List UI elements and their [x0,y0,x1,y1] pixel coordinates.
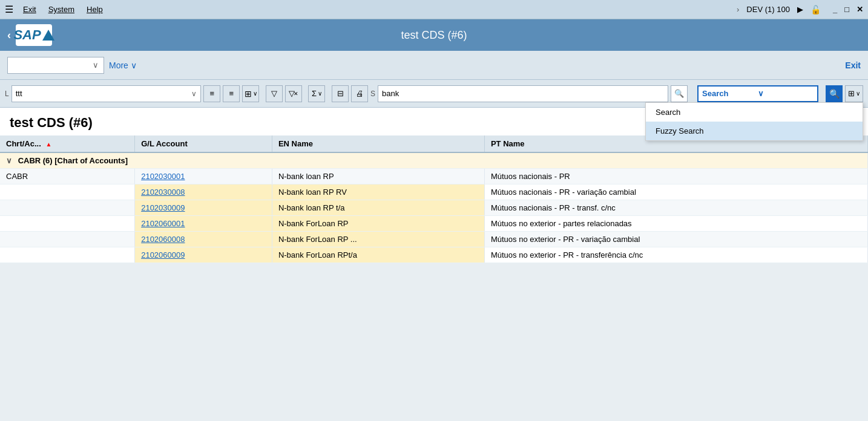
table-row: 2102030009 N-bank loan RP t/a Mútuos nac… [0,200,868,216]
menu-system[interactable]: System [48,5,74,14]
sap-logo-triangle [42,30,54,41]
grid-view-button[interactable]: ⊞ ∨ [242,85,259,102]
table-row: 2102030008 N-bank loan RP RV Mútuos naci… [0,184,868,200]
more-button[interactable]: More ∨ [109,60,137,70]
search-text-input[interactable] [378,85,668,102]
gl-account-link[interactable]: 2102030008 [141,188,185,197]
cell-gl-account: 2102030001 [135,169,272,184]
cell-pt-name: Mútuos no exterior - PR - variação cambi… [484,232,867,247]
search-label: S [370,90,375,98]
group-expand-icon[interactable]: ∨ [6,156,12,165]
layout-search-input[interactable]: ∨ [12,85,202,102]
cell-gl-account: 2102030008 [135,184,272,200]
filter-button[interactable]: ▽ [266,85,283,102]
cell-chrt-ac [0,232,135,247]
cell-pt-name: Mútuos no exterior - partes relacionadas [484,216,867,232]
cell-gl-account: 2102060008 [135,232,272,247]
cell-pt-name: Mútuos no exterior - PR - transferência … [484,247,867,263]
col-gl-account[interactable]: G/L Account [135,135,272,152]
search-input-field[interactable] [382,89,664,98]
print-button[interactable]: 🖨 [351,85,368,102]
blue-search-button[interactable]: 🔍 [826,85,843,102]
align-center-button[interactable]: ≡ [223,85,240,102]
cell-en-name: N-bank ForLoan RPt/a [272,247,484,263]
cell-chrt-ac [0,184,135,200]
layout-input-field[interactable] [16,89,189,98]
grid-icon: ⊞ [245,89,252,99]
cell-gl-account: 2102060001 [135,216,272,232]
sigma-icon: Σ [312,89,317,98]
col-en-name[interactable]: EN Name [272,135,484,152]
right-search-area: S 🔍 Search ∨ Search Fuzzy Search 🔍 ⊞ ∨ [370,85,863,102]
cell-en-name: N-bank ForLoan RP [272,216,484,232]
col-en-name-label: EN Name [278,139,313,148]
table-row: 2102060009 N-bank ForLoan RPt/a Mútuos n… [0,247,868,263]
layout-dropdown-arrow[interactable]: ∨ [191,90,197,98]
align-left-button[interactable]: ≡ [203,85,220,102]
col-chrt-ac[interactable]: Chrt/Ac... ▲ [0,135,135,152]
export-button[interactable]: ⊟ [332,85,349,102]
search-submit-icon[interactable]: 🔍 [671,85,688,102]
sap-logo-text: SAP [13,28,41,42]
table-group-row: ∨ CABR (6) [Chart of Accounts] [0,152,868,169]
search-filter-row: L ∨ ≡ ≡ ⊞ ∨ ▽ ▽ ✕ Σ ∨ ⊟ 🖨 S 🔍 [0,80,868,108]
cell-chrt-ac [0,200,135,216]
search-option-fuzzy[interactable]: Fuzzy Search [646,122,863,140]
menu-help[interactable]: Help [87,5,103,14]
grid-toggle-button[interactable]: ⊞ ∨ [845,85,863,102]
cell-en-name: N-bank ForLoan RP ... [272,232,484,247]
cell-gl-account: 2102030009 [135,200,272,216]
dev-label: DEV (1) 100 [746,5,790,14]
close-icon[interactable]: ✕ [856,5,863,14]
table-row: CABR 2102030001 N-bank loan RP Mútuos na… [0,169,868,184]
gl-account-link[interactable]: 2102060001 [141,219,185,228]
export-icon: ⊟ [337,89,344,98]
cell-en-name: N-bank loan RP t/a [272,200,484,216]
play-icon[interactable]: ▶ [797,5,803,14]
minimize-icon[interactable]: _ [833,5,837,14]
maximize-icon[interactable]: □ [844,5,849,14]
table-row: 2102060008 N-bank ForLoan RP ... Mútuos … [0,232,868,247]
menu-right: › DEV (1) 100 ▶ 🔓 _ □ ✕ [737,5,863,15]
search-dropdown-menu: Search Fuzzy Search [645,102,863,141]
more-label: More [109,60,128,70]
gl-account-link[interactable]: 2102030009 [141,203,185,212]
search-glass-icon: 🔍 [674,89,684,98]
cell-pt-name: Mútuos nacionais - PR - variação cambial [484,184,867,200]
menu-exit[interactable]: Exit [23,5,36,14]
group-label: CABR (6) [Chart of Accounts] [18,156,128,165]
blue-search-icon: 🔍 [829,89,840,99]
toolbar-main-dropdown[interactable]: ∨ [7,57,104,74]
gl-account-link[interactable]: 2102060009 [141,250,185,259]
cell-pt-name: Mútuos nacionais - PR [484,169,867,184]
align-left-icon: ≡ [209,89,214,98]
hamburger-icon[interactable]: ☰ [5,4,13,15]
header-title: test CDS (#6) [401,29,467,42]
filter-clear-button[interactable]: ▽ ✕ [285,85,302,102]
grid-toggle-arrow: ∨ [856,90,860,97]
col-chrt-ac-label: Chrt/Ac... [6,139,41,148]
sap-logo: SAP [16,24,52,46]
search-type-dropdown[interactable]: Search ∨ [697,85,818,102]
menu-bar: ☰ Exit System Help › DEV (1) 100 ▶ 🔓 _ □… [0,0,868,19]
group-label-cell: ∨ CABR (6) [Chart of Accounts] [0,152,868,169]
lock-icon[interactable]: 🔓 [810,5,821,15]
print-icon: 🖨 [356,89,364,98]
data-table: Chrt/Ac... ▲ G/L Account EN Name PT Name… [0,135,868,263]
back-button[interactable]: ‹ [7,29,11,42]
cell-gl-account: 2102060009 [135,247,272,263]
sigma-button[interactable]: Σ ∨ [308,85,325,102]
gl-account-link[interactable]: 2102060008 [141,235,185,244]
forward-icon[interactable]: › [737,5,739,14]
sort-indicator: ▲ [45,141,51,148]
cell-en-name: N-bank loan RP [272,169,484,184]
search-type-arrow: ∨ [758,89,814,98]
col-gl-account-label: G/L Account [141,139,188,148]
exit-button[interactable]: Exit [845,60,861,70]
col-pt-name-label: PT Name [491,139,525,148]
search-option-search[interactable]: Search [646,103,863,122]
search-type-value: Search [702,89,758,98]
grid-arrow-icon: ∨ [253,90,257,97]
gl-account-link[interactable]: 2102030001 [141,172,185,181]
cell-chrt-ac: CABR [0,169,135,184]
